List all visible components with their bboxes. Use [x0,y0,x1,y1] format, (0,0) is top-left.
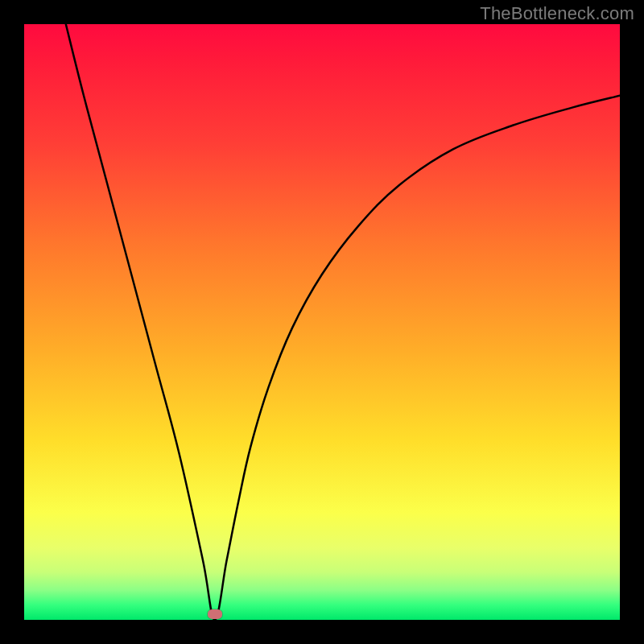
chart-frame: TheBottleneck.com [0,0,644,644]
minimum-marker [208,609,222,619]
bottleneck-curve [24,24,620,620]
watermark-text: TheBottleneck.com [480,3,634,24]
plot-area [24,24,620,620]
